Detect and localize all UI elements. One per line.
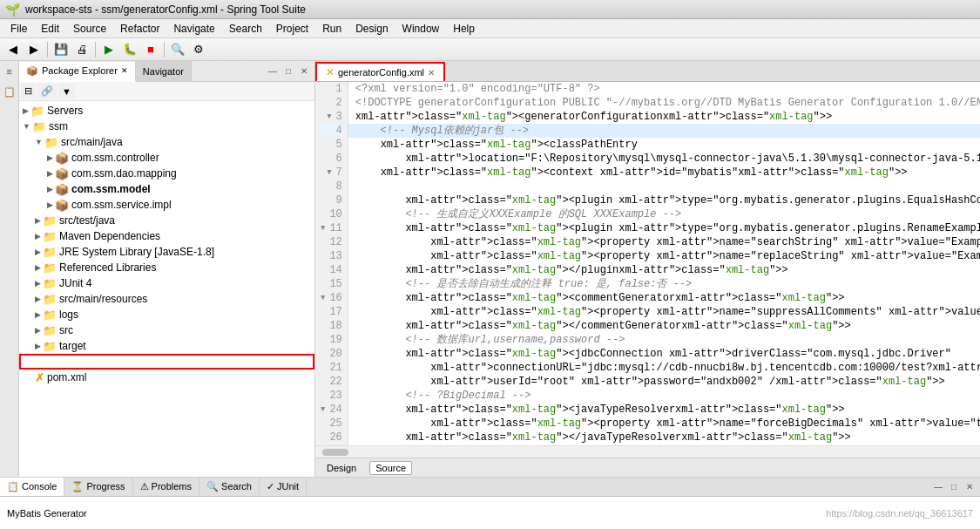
tree-arrow-1: ▼ [23, 122, 30, 131]
tree-item-12[interactable]: ▶ 📁 src/main/resources [19, 291, 314, 307]
line-num-7: ▼7 [321, 166, 342, 180]
sidebar-icon-2[interactable]: 📋 [2, 84, 17, 99]
tree-label-17: pom.xml [47, 371, 86, 383]
menu-item-edit[interactable]: Edit [34, 21, 66, 37]
tree-item-5[interactable]: ▶ 📦 com.ssm.model [19, 181, 314, 197]
menu-item-source[interactable]: Source [66, 21, 113, 37]
tree-label-12: src/main/resources [59, 293, 147, 305]
code-line-18: xml-attr">class="xml-tag"></commentGener… [348, 319, 980, 333]
panel-maximize-btn[interactable]: □ [281, 64, 295, 78]
tab-package-explorer[interactable]: 📦 Package Explorer ✕ [19, 62, 136, 82]
menu-item-window[interactable]: Window [395, 21, 447, 37]
console-tab-problems[interactable]: ⚠ Problems [133, 478, 200, 496]
console-tab-progress[interactable]: ⏳ Progress [64, 478, 132, 496]
tree-arrow-6: ▶ [47, 200, 53, 209]
toolbar-settings-btn[interactable]: ⚙ [189, 40, 208, 59]
link-editor-btn[interactable]: 🔗 [37, 84, 57, 98]
tree-item-8[interactable]: ▶ 📁 Maven Dependencies [19, 228, 314, 244]
left-sidebar: ≡ 📋 [0, 61, 19, 477]
tree-label-15: target [59, 340, 86, 352]
tree-item-15[interactable]: ▶ 📁 target [19, 338, 314, 354]
menu-item-run[interactable]: Run [315, 21, 348, 37]
tree-item-10[interactable]: ▶ 📁 Referenced Libraries [19, 260, 314, 275]
tree-arrow-12: ▶ [35, 295, 41, 303]
console-area: 📋 Console⏳ Progress⚠ Problems🔍 Search✓ J… [0, 477, 980, 529]
tree-arrow-5: ▶ [47, 185, 53, 193]
tree-icon-13: 📁 [43, 309, 57, 322]
toolbar-print-btn[interactable]: 🖨 [72, 40, 91, 59]
menu-item-search[interactable]: Search [222, 21, 269, 37]
tree-arrow-7: ▶ [35, 216, 41, 225]
toolbar-run-btn[interactable]: ▶ [99, 40, 118, 59]
menu-item-help[interactable]: Help [446, 21, 482, 37]
line-num-15: 15 [321, 277, 342, 291]
line-num-13: 13 [321, 249, 342, 263]
tree-label-9: JRE System Library [JavaSE-1.8] [59, 246, 214, 258]
tree-item-4[interactable]: ▶ 📦 com.ssm.dao.mapping [19, 166, 314, 181]
tree-item-6[interactable]: ▶ 📦 com.ssm.service.impl [19, 197, 314, 213]
tab-source[interactable]: Source [369, 461, 412, 475]
tree-item-1[interactable]: ▼ 📁 ssm [19, 119, 314, 134]
menu-item-navigate[interactable]: Navigate [166, 21, 221, 37]
panel-close-btn[interactable]: ✕ [297, 64, 311, 78]
line-num-1: 1 [321, 82, 342, 96]
tab-navigator[interactable]: Navigator [136, 61, 192, 81]
tree-item-16[interactable]: ✗ generatorConfig.xml [19, 354, 314, 370]
toolbar-save-btn[interactable]: 💾 [51, 40, 71, 59]
line-num-27: 27 [321, 444, 342, 445]
console-tabs: 📋 Console⏳ Progress⚠ Problems🔍 Search✓ J… [0, 478, 980, 497]
code-editor[interactable]: 12▼3456▼78910▼1112131415▼161718192021222… [315, 82, 980, 445]
tree-item-11[interactable]: ▶ 📁 JUnit 4 [19, 275, 314, 291]
console-close-btn[interactable]: ✕ [963, 480, 977, 494]
tab-design[interactable]: Design [321, 461, 362, 475]
menu-bar: FileEditSourceRefactorNavigateSearchProj… [0, 19, 980, 38]
line-num-6: 6 [321, 152, 342, 166]
tree-label-7: src/test/java [59, 214, 115, 227]
collapse-all-btn[interactable]: ⊟ [21, 84, 36, 98]
line-num-14: 14 [321, 263, 342, 277]
line-num-22: 22 [321, 375, 342, 389]
console-maximize-btn[interactable]: □ [947, 480, 961, 494]
console-tab-junit[interactable]: ✓ JUnit [260, 478, 307, 496]
console-controls: — □ ✕ [931, 480, 980, 494]
console-tab-search[interactable]: 🔍 Search [199, 478, 260, 496]
console-minimize-btn[interactable]: — [931, 480, 945, 494]
code-line-17: xml-attr">class="xml-tag"><property xml-… [348, 305, 980, 319]
toolbar-forward-btn[interactable]: ▶ [24, 40, 44, 59]
tree-item-0[interactable]: ▶ 📁 Servers [19, 103, 314, 119]
console-tab-console[interactable]: 📋 Console [0, 478, 64, 496]
toolbar-back-btn[interactable]: ◀ [3, 40, 23, 59]
tree-menu-btn[interactable]: ▼ [58, 84, 75, 98]
scrollbar-thumb[interactable] [322, 449, 348, 456]
toolbar-search-btn[interactable]: 🔍 [168, 40, 187, 59]
tree-item-7[interactable]: ▶ 📁 src/test/java [19, 213, 314, 228]
tree-item-14[interactable]: ▶ 📁 src [19, 322, 314, 338]
toolbar-stop-btn[interactable]: ■ [141, 40, 160, 59]
tree-label-3: com.ssm.controller [71, 152, 159, 164]
menu-item-file[interactable]: File [3, 21, 34, 37]
line-num-19: 19 [321, 333, 342, 347]
tree-label-0: Servers [47, 105, 83, 117]
tree-item-13[interactable]: ▶ 📁 logs [19, 307, 314, 322]
tree-arrow-4: ▶ [47, 169, 53, 178]
panel-minimize-btn[interactable]: — [266, 64, 280, 78]
tree-item-17[interactable]: ✗ pom.xml [19, 370, 314, 385]
tree-item-2[interactable]: ▼ 📁 src/main/java [19, 134, 314, 150]
menu-item-design[interactable]: Design [348, 21, 395, 37]
menu-item-project[interactable]: Project [269, 21, 315, 37]
toolbar-debug-btn[interactable]: 🐛 [120, 40, 139, 59]
line-num-9: 9 [321, 193, 342, 207]
editor-tab-close[interactable]: ✕ [428, 68, 435, 78]
editor-tab-generator-config[interactable]: ✕ generatorConfig.xml ✕ [315, 62, 445, 81]
editor-tabs: ✕ generatorConfig.xml ✕ [315, 61, 980, 82]
tree-label-6: com.ssm.service.impl [71, 199, 172, 211]
menu-item-refactor[interactable]: Refactor [113, 21, 166, 37]
tree-item-3[interactable]: ▶ 📦 com.ssm.controller [19, 150, 314, 166]
horizontal-scrollbar[interactable] [315, 445, 980, 458]
code-line-6: xml-attr">location="F:\Repository\mysql\… [348, 152, 980, 166]
tab-close-x[interactable]: ✕ [121, 66, 128, 75]
code-content: 12▼3456▼78910▼1112131415▼161718192021222… [315, 82, 980, 445]
tree-item-9[interactable]: ▶ 📁 JRE System Library [JavaSE-1.8] [19, 244, 314, 260]
sidebar-icon-1[interactable]: ≡ [2, 64, 17, 80]
tree-arrow-14: ▶ [35, 326, 41, 335]
